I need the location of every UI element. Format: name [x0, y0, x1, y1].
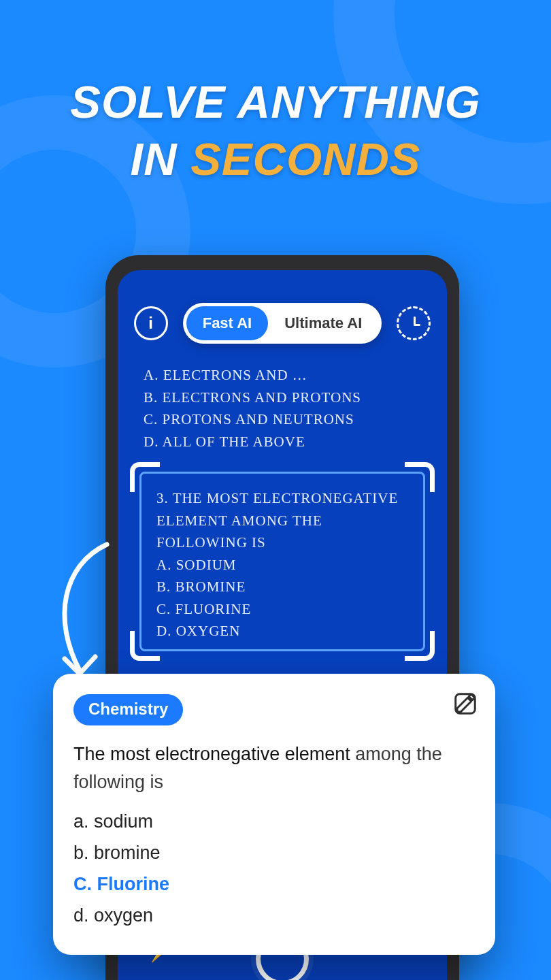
result-options: a. sodium b. bromine C. Fluorine d. oxyg… — [73, 806, 475, 932]
headline-line1: SOLVE ANYTHING — [70, 76, 480, 127]
scan-frame[interactable]: 3. THE MOST ELECTRONEGATIVE ELEMENT AMON… — [130, 462, 435, 661]
history-button[interactable] — [397, 306, 431, 340]
question-text: THE MOST ELECTRONEGATIVE ELEMENT AMONG T… — [156, 490, 398, 551]
arrow-icon — [42, 538, 124, 687]
scanned-option: A. SODIUM — [156, 554, 408, 576]
result-option: a. sodium — [73, 806, 475, 838]
prev-option: A. ELECTRONS AND … — [144, 364, 361, 387]
mode-fast-ai[interactable]: Fast AI — [186, 306, 269, 340]
scanned-question-text: 3. THE MOST ELECTRONEGATIVE ELEMENT AMON… — [156, 487, 408, 554]
result-option: b. bromine — [73, 838, 475, 869]
result-option: d. oxygen — [73, 900, 475, 932]
previous-question-options: A. ELECTRONS AND … B. ELECTRONS AND PROT… — [144, 364, 361, 453]
prev-option: D. ALL OF THE ABOVE — [144, 431, 361, 453]
headline-line2-prefix: IN — [131, 133, 191, 184]
result-option-correct: C. Fluorine — [73, 869, 475, 900]
scanned-option: B. BROMINE — [156, 576, 408, 598]
prev-option: B. ELECTRONS AND PROTONS — [144, 387, 361, 409]
top-bar: i Fast AI Ultimate AI — [118, 303, 447, 344]
scanned-option: C. FLUORINE — [156, 598, 408, 621]
mode-ultimate-ai[interactable]: Ultimate AI — [268, 306, 378, 340]
scanned-question: 3. THE MOST ELECTRONEGATIVE ELEMENT AMON… — [139, 472, 425, 651]
headline: SOLVE ANYTHING IN SECONDS — [0, 74, 551, 188]
scanned-option: D. OXYGEN — [156, 620, 408, 642]
subject-tag[interactable]: Chemistry — [73, 694, 183, 725]
result-question-lead: The most electronegative element — [73, 744, 350, 764]
headline-accent: SECONDS — [190, 133, 420, 184]
prev-option: C. PROTONS AND NEUTRONS — [144, 408, 361, 431]
answer-card: Chemistry The most electronegative eleme… — [53, 674, 495, 955]
info-icon: i — [148, 314, 153, 333]
svg-rect-0 — [456, 694, 475, 714]
ai-mode-switch[interactable]: Fast AI Ultimate AI — [183, 303, 382, 344]
info-button[interactable]: i — [134, 306, 168, 340]
question-number: 3. — [156, 490, 169, 506]
edit-icon[interactable] — [453, 691, 478, 716]
result-question: The most electronegative element among t… — [73, 740, 475, 796]
